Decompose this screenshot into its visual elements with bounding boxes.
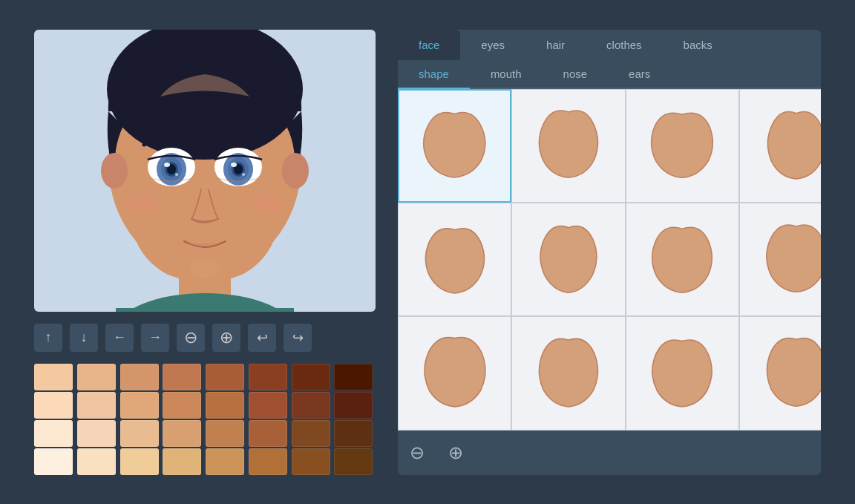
shape-cell-s11[interactable]: [398, 316, 511, 430]
color-swatch-13[interactable]: [249, 392, 287, 419]
shape-cell-s9[interactable]: [739, 203, 821, 316]
svg-rect-3: [116, 308, 294, 312]
svg-point-15: [175, 173, 178, 176]
move-up-button[interactable]: ↑: [34, 324, 62, 352]
shape-cell-s13[interactable]: [626, 316, 739, 430]
color-swatch-16[interactable]: [34, 420, 73, 447]
color-swatch-27[interactable]: [163, 448, 201, 475]
face-shape-s7: [529, 220, 608, 299]
main-container: ↑ ↓ ← → ⊖ ⊕ ↩ ↪ faceeyeshairclothesbacks…: [19, 15, 836, 490]
svg-point-7: [282, 153, 309, 189]
tab-secondary-shape[interactable]: shape: [398, 60, 470, 89]
tab-primary-hair[interactable]: hair: [525, 30, 586, 60]
shape-cell-s6[interactable]: [398, 203, 511, 316]
zoom-in-button[interactable]: ⊕: [212, 324, 240, 352]
tab-secondary-ears[interactable]: ears: [608, 60, 671, 88]
grid-zoom-in-button[interactable]: ⊕: [442, 439, 469, 466]
tab-primary-eyes[interactable]: eyes: [460, 30, 525, 60]
color-swatch-30[interactable]: [292, 448, 330, 475]
shape-cell-s1[interactable]: [398, 89, 511, 203]
color-swatch-1[interactable]: [77, 364, 116, 390]
color-swatch-5[interactable]: [249, 364, 287, 390]
shape-cell-s3[interactable]: [626, 89, 739, 203]
face-shape-s11: [416, 334, 494, 413]
face-shape-s2: [529, 106, 608, 185]
svg-point-21: [242, 173, 245, 176]
svg-point-24: [252, 195, 284, 213]
color-swatch-19[interactable]: [163, 420, 201, 447]
color-swatch-17[interactable]: [77, 420, 116, 447]
move-down-button[interactable]: ↓: [70, 324, 98, 352]
face-shape-s4: [757, 106, 821, 185]
shape-cell-s8[interactable]: [626, 203, 739, 316]
shape-cell-s14[interactable]: [739, 316, 821, 430]
face-shape-s12: [529, 334, 608, 413]
right-panel: faceeyeshairclothesbacks shapemouthnosee…: [398, 30, 821, 475]
toolbar: ↑ ↓ ← → ⊖ ⊕ ↩ ↪: [34, 321, 376, 355]
color-swatch-18[interactable]: [120, 420, 159, 447]
svg-point-23: [125, 195, 158, 213]
color-swatch-15[interactable]: [334, 392, 373, 419]
svg-point-14: [164, 163, 170, 167]
color-swatch-31[interactable]: [334, 448, 373, 475]
grid-zoom-out-button[interactable]: ⊖: [404, 439, 430, 466]
svg-point-20: [231, 163, 237, 167]
color-swatch-28[interactable]: [206, 448, 244, 475]
shape-cell-s7[interactable]: [511, 203, 625, 316]
color-swatch-20[interactable]: [206, 420, 244, 447]
left-panel: ↑ ↓ ← → ⊖ ⊕ ↩ ↪: [34, 30, 376, 475]
undo-button[interactable]: ↩: [248, 324, 276, 352]
svg-point-6: [101, 153, 128, 189]
color-palette: [34, 364, 376, 475]
color-swatch-23[interactable]: [334, 420, 373, 447]
tab-secondary-mouth[interactable]: mouth: [470, 60, 543, 88]
face-shape-s8: [643, 220, 721, 299]
color-swatch-12[interactable]: [206, 392, 244, 419]
zoom-row: ⊖ ⊕: [398, 431, 821, 475]
color-swatch-21[interactable]: [249, 420, 287, 447]
shape-cell-s12[interactable]: [511, 316, 625, 430]
color-swatch-29[interactable]: [249, 448, 287, 475]
tab-primary-backs[interactable]: backs: [663, 30, 733, 60]
avatar-canvas: [34, 30, 376, 312]
color-swatch-7[interactable]: [334, 364, 373, 390]
color-swatch-22[interactable]: [292, 420, 330, 447]
color-swatch-6[interactable]: [292, 364, 330, 390]
face-shape-s9: [757, 220, 821, 299]
tab-secondary-nose[interactable]: nose: [543, 60, 609, 88]
color-swatch-26[interactable]: [120, 448, 159, 475]
face-shape-s14: [757, 334, 821, 413]
shape-cell-s2[interactable]: [511, 89, 625, 203]
color-swatch-9[interactable]: [77, 392, 116, 419]
move-right-button[interactable]: →: [141, 324, 169, 352]
face-shape-s3: [643, 106, 721, 185]
svg-point-22: [190, 260, 220, 278]
face-shape-s13: [643, 334, 721, 413]
move-left-button[interactable]: ←: [105, 324, 134, 352]
color-swatch-25[interactable]: [77, 448, 116, 475]
shape-grid: [398, 89, 821, 431]
tab-primary-face[interactable]: face: [398, 30, 460, 60]
color-swatch-10[interactable]: [120, 392, 159, 419]
redo-button[interactable]: ↪: [284, 324, 312, 352]
tab-primary-clothes[interactable]: clothes: [586, 30, 663, 60]
color-swatch-11[interactable]: [163, 392, 201, 419]
face-shape-s6: [416, 220, 494, 299]
zoom-out-button[interactable]: ⊖: [177, 324, 205, 352]
color-swatch-3[interactable]: [163, 364, 201, 390]
color-swatch-8[interactable]: [34, 392, 73, 419]
color-swatch-4[interactable]: [206, 364, 244, 390]
color-swatch-2[interactable]: [120, 364, 159, 390]
secondary-tab-row: shapemouthnoseears: [398, 60, 821, 89]
color-swatch-14[interactable]: [292, 392, 330, 419]
shape-cell-s4[interactable]: [739, 89, 821, 203]
face-shape-s1: [416, 107, 494, 185]
avatar-svg: [64, 30, 346, 312]
primary-tab-row: faceeyeshairclothesbacks: [398, 30, 821, 60]
color-swatch-24[interactable]: [34, 448, 73, 475]
color-swatch-0[interactable]: [34, 364, 73, 390]
